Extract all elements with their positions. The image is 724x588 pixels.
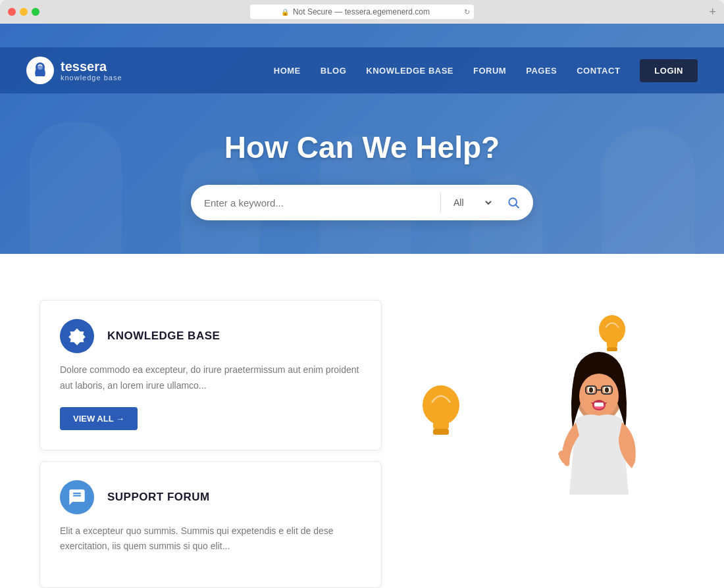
svg-point-16: [605, 387, 609, 393]
search-category-select[interactable]: All Knowledge Base Forum Blog: [441, 185, 494, 220]
wave-section: [0, 254, 724, 306]
search-button[interactable]: [494, 185, 533, 220]
nav-home[interactable]: HOME: [274, 66, 301, 76]
nav-pages[interactable]: PAGES: [526, 66, 557, 76]
browser-window: 🔒 Not Secure — tessera.egemenerd.com ↻ +: [0, 0, 724, 588]
support-forum-card: SUPPORT FORUM Elit a excepteur quo summi…: [39, 461, 382, 588]
woman-illustration: [527, 310, 671, 563]
svg-point-15: [589, 387, 593, 393]
knowledge-base-title: KNOWLEDGE BASE: [107, 330, 220, 343]
svg-line-3: [516, 205, 519, 208]
bulb-large-icon: [415, 383, 467, 458]
wave-svg: [0, 254, 724, 306]
maximize-dot[interactable]: [32, 8, 39, 16]
knowledge-base-card: KNOWLEDGE BASE Dolore commodo ea excepte…: [39, 300, 382, 451]
address-bar[interactable]: 🔒 Not Secure — tessera.egemenerd.com ↻: [250, 5, 474, 19]
support-forum-text: Elit a excepteur quo summis. Summis qui …: [60, 524, 361, 555]
browser-titlebar: 🔒 Not Secure — tessera.egemenerd.com ↻ +: [0, 0, 724, 24]
search-bar: All Knowledge Base Forum Blog: [191, 185, 533, 220]
illustration-column: [395, 300, 685, 563]
lock-icon: 🔒: [281, 9, 289, 16]
url-text: Not Secure — tessera.egemenerd.com: [293, 7, 430, 16]
card-header: KNOWLEDGE BASE: [60, 319, 361, 353]
search-input[interactable]: [191, 185, 440, 220]
main-content: KNOWLEDGE BASE Dolore commodo ea excepte…: [0, 300, 724, 588]
nav-forum[interactable]: FORUM: [473, 66, 506, 76]
svg-point-12: [579, 374, 619, 418]
svg-point-2: [509, 198, 517, 206]
nav-blog[interactable]: BLOG: [321, 66, 347, 76]
nav-contact[interactable]: CONTACT: [577, 66, 620, 76]
knowledge-base-view-all-button[interactable]: VIEW ALL →: [60, 407, 138, 430]
browser-dots: [8, 8, 39, 16]
new-tab-button[interactable]: +: [709, 5, 716, 19]
login-button[interactable]: LOGIN: [640, 59, 698, 82]
main-nav: HOME BLOG KNOWLEDGE BASE FORUM PAGES CON…: [274, 59, 698, 82]
knowledge-base-text: Dolore commodo ea excepteur, do irure pr…: [60, 362, 361, 394]
svg-rect-8: [433, 422, 449, 429]
website: tessera knowledge base HOME BLOG KNOWLED…: [0, 24, 724, 588]
hero-title: How Can We Help?: [224, 130, 500, 165]
svg-rect-9: [433, 429, 449, 435]
logo-text: tessera knowledge base: [61, 59, 122, 82]
support-forum-icon: [60, 480, 94, 514]
nav-knowledge-base[interactable]: KNOWLEDGE BASE: [366, 66, 453, 76]
svg-rect-22: [594, 403, 604, 406]
support-forum-title: SUPPORT FORUM: [107, 491, 210, 504]
logo[interactable]: tessera knowledge base: [26, 57, 122, 84]
minimize-dot[interactable]: [20, 8, 28, 16]
close-dot[interactable]: [8, 8, 16, 16]
cards-column: KNOWLEDGE BASE Dolore commodo ea excepte…: [39, 300, 382, 588]
site-header: tessera knowledge base HOME BLOG KNOWLED…: [0, 47, 724, 93]
svg-point-7: [423, 385, 459, 425]
content-grid: KNOWLEDGE BASE Dolore commodo ea excepte…: [39, 300, 685, 588]
card-header: SUPPORT FORUM: [60, 480, 361, 514]
logo-icon: [26, 57, 54, 84]
knowledge-base-icon: [60, 319, 94, 353]
refresh-icon[interactable]: ↻: [464, 8, 470, 16]
